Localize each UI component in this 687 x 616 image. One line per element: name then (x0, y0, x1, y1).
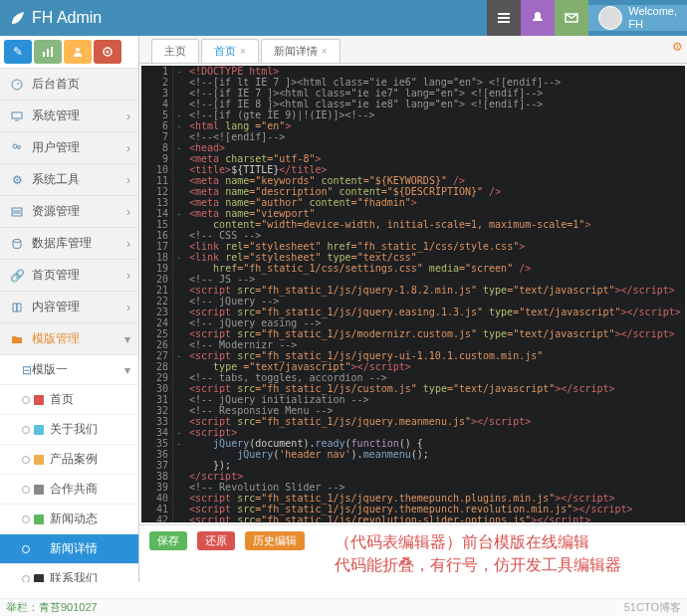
fold-icon[interactable] (173, 449, 185, 460)
code-line-33[interactable]: 33 <script src="fh_static_1/js/jquery.me… (141, 416, 685, 427)
code-line-11[interactable]: 11 <meta name="keywords" content="${KEYW… (141, 175, 685, 186)
fold-icon[interactable] (173, 405, 185, 416)
code-line-32[interactable]: 32 <!-- Responsive Menu --> (141, 405, 685, 416)
fold-icon[interactable] (173, 383, 185, 394)
fold-icon[interactable] (173, 153, 185, 164)
fold-icon[interactable]: - (173, 120, 185, 131)
tab-2[interactable]: 新闻详情× (261, 39, 341, 63)
fold-icon[interactable] (173, 328, 185, 339)
code-line-1[interactable]: 1-<!DOCTYPE html> (141, 66, 685, 77)
submenu-page-1[interactable]: 关于我们 (0, 415, 138, 445)
fold-icon[interactable] (173, 493, 185, 504)
code-line-10[interactable]: 10 <title>${TITLE}</title> (141, 164, 685, 175)
fold-icon[interactable]: - (173, 427, 185, 438)
fold-icon[interactable] (173, 361, 185, 372)
fold-icon[interactable] (173, 175, 185, 186)
fold-icon[interactable] (173, 307, 185, 317)
tool-settings-button[interactable] (94, 40, 121, 64)
code-line-2[interactable]: 2 <!--[if lt IE 7 ]><html class="ie ie6"… (141, 77, 685, 88)
fold-icon[interactable] (173, 296, 185, 307)
code-line-37[interactable]: 37 }); (141, 460, 685, 471)
fold-icon[interactable]: - (173, 109, 185, 120)
fold-icon[interactable] (173, 514, 185, 522)
close-icon[interactable]: × (322, 46, 328, 57)
fold-icon[interactable]: - (173, 142, 185, 153)
fold-icon[interactable]: - (173, 350, 185, 361)
sidebar-item-4[interactable]: 资源管理› (0, 196, 138, 228)
tool-edit-button[interactable]: ✎ (4, 40, 32, 64)
sidebar-item-3[interactable]: ⚙系统工具› (0, 164, 138, 196)
tool-chart-button[interactable] (34, 40, 62, 64)
fold-icon[interactable] (173, 131, 185, 142)
code-line-40[interactable]: 40 <script src="fh_static_1/js/jquery.th… (141, 493, 685, 504)
fold-icon[interactable] (173, 460, 185, 471)
code-line-25[interactable]: 25 <script src="fh_static_1/js/modernizr… (141, 328, 685, 339)
tool-users-button[interactable] (64, 40, 92, 64)
code-line-41[interactable]: 41 <script src="fh_static_1/js/jquery.th… (141, 504, 685, 514)
code-line-7[interactable]: 7 <!--<![endif]--> (141, 131, 685, 142)
fold-icon[interactable] (173, 197, 185, 208)
fold-icon[interactable]: - (173, 66, 185, 77)
submenu-page-3[interactable]: 合作共商 (0, 475, 138, 505)
code-line-38[interactable]: 38 </script> (141, 471, 685, 482)
code-line-29[interactable]: 29 <!-- tabs, toggles, accordion --> (141, 372, 685, 383)
fold-icon[interactable]: - (173, 208, 185, 219)
fold-icon[interactable] (173, 372, 185, 383)
fold-icon[interactable] (173, 339, 185, 350)
code-line-24[interactable]: 24 <!-- jQuery easing --> (141, 317, 685, 328)
code-line-17[interactable]: 17 <link rel="stylesheet" href="fh_stati… (141, 241, 685, 252)
tab-0[interactable]: 主页 (151, 39, 199, 63)
code-line-31[interactable]: 31 <!-- jQuery initialization --> (141, 394, 685, 405)
fold-icon[interactable] (173, 99, 185, 109)
sidebar-item-8[interactable]: 模版管理▾ (0, 323, 138, 355)
code-line-5[interactable]: 5-<!--[if (gte IE 9)|!(IE)]><!--> (141, 109, 685, 120)
notification-button[interactable] (521, 0, 555, 36)
submenu-template1[interactable]: ⊟ 模版一▾ (0, 355, 138, 385)
tab-1[interactable]: 首页× (201, 39, 259, 63)
code-line-13[interactable]: 13 <meta name="author" content="fhadmin"… (141, 197, 685, 208)
sidebar-item-5[interactable]: 数据库管理› (0, 228, 138, 260)
submenu-page-6[interactable]: 联系我们 (0, 564, 138, 582)
fold-icon[interactable] (173, 77, 185, 88)
code-line-26[interactable]: 26 <!-- Modernizr --> (141, 339, 685, 350)
code-line-9[interactable]: 9 <meta charset="utf-8"> (141, 153, 685, 164)
code-line-14[interactable]: 14-<meta name="viewport" (141, 208, 685, 219)
fold-icon[interactable] (173, 471, 185, 482)
submenu-page-2[interactable]: 产品案例 (0, 445, 138, 475)
fold-icon[interactable] (173, 241, 185, 252)
sidebar-item-2[interactable]: 用户管理› (0, 132, 138, 164)
save-button[interactable]: 保存 (149, 531, 187, 550)
code-line-28[interactable]: 28 type ="text/javascript"></script> (141, 361, 685, 372)
sidebar-item-0[interactable]: 后台首页 (0, 69, 138, 101)
code-line-27[interactable]: 27-<script src="fh_static_1/js/jquery-ui… (141, 350, 685, 361)
tab-settings-icon[interactable]: ⚙ (672, 40, 683, 54)
fold-icon[interactable] (173, 394, 185, 405)
fold-icon[interactable] (173, 274, 185, 285)
code-line-42[interactable]: 42 <script src="fh_static_1/js/revolutio… (141, 514, 685, 522)
sidebar-item-6[interactable]: 🔗首页管理› (0, 260, 138, 292)
fold-icon[interactable] (173, 317, 185, 328)
code-line-39[interactable]: 39 <!-- Revolution Slider --> (141, 482, 685, 493)
history-button[interactable]: 历史编辑 (245, 531, 305, 550)
code-line-21[interactable]: 21 <script src="fh_static_1/js/jquery-1.… (141, 285, 685, 296)
mail-button[interactable] (555, 0, 588, 36)
fold-icon[interactable] (173, 482, 185, 493)
code-line-4[interactable]: 4 <!--[if IE 8 ]><html class="ie ie8" la… (141, 99, 685, 109)
code-line-16[interactable]: 16 <!-- CSS --> (141, 230, 685, 241)
code-line-36[interactable]: 36 jQuery('header nav').meanmenu(); (141, 449, 685, 460)
code-editor[interactable]: 1-<!DOCTYPE html>2 <!--[if lt IE 7 ]><ht… (141, 66, 685, 522)
restore-button[interactable]: 还原 (197, 531, 235, 550)
code-line-34[interactable]: 34-<script> (141, 427, 685, 438)
code-line-15[interactable]: 15 content="width=device-width, initial-… (141, 219, 685, 230)
user-menu[interactable]: Welcome, FH (588, 5, 687, 31)
code-line-12[interactable]: 12 <meta name="description" content="${D… (141, 186, 685, 197)
fold-icon[interactable]: - (173, 252, 185, 263)
fold-icon[interactable] (173, 263, 185, 274)
code-line-19[interactable]: 19 href="fh_static_1/css/settings.css" m… (141, 263, 685, 274)
submenu-page-4[interactable]: 新闻动态 (0, 505, 138, 534)
code-line-20[interactable]: 20 <!-- JS --> (141, 274, 685, 285)
submenu-page-0[interactable]: 首页 (0, 385, 138, 415)
submenu-page-5[interactable]: 新闻详情 (0, 534, 138, 564)
code-line-35[interactable]: 35- jQuery(document).ready(function() { (141, 438, 685, 449)
fold-icon[interactable] (173, 416, 185, 427)
